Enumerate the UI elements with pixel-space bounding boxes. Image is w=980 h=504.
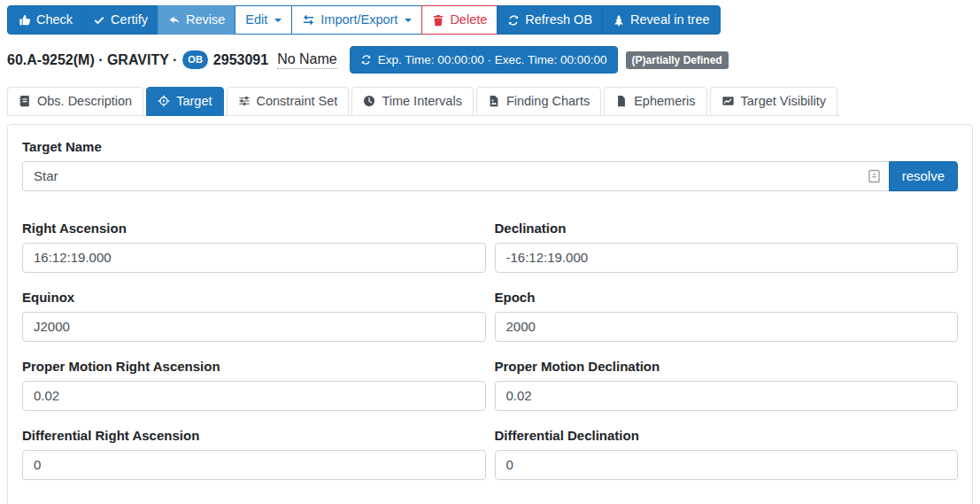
target-name-label: Target Name: [22, 139, 958, 155]
sync-icon: [360, 54, 372, 66]
equinox-input[interactable]: [22, 312, 486, 342]
sliders-icon: [238, 95, 251, 107]
ob-number: 2953091: [213, 52, 268, 68]
delete-button[interactable]: Delete: [421, 5, 498, 35]
target-form-card: Target Name resolve Right Ascension Decl…: [7, 124, 973, 504]
caret-down-icon: [274, 19, 282, 22]
target-name-group: resolve: [22, 161, 958, 191]
tab-ephemeris[interactable]: Ephemeris: [604, 87, 706, 116]
refresh-ob-button[interactable]: Refresh OB: [497, 5, 603, 35]
ob-badge: OB: [182, 50, 208, 69]
right-ascension-input[interactable]: [22, 243, 486, 273]
exchange-icon: [302, 13, 315, 27]
proper-motion-ra-label: Proper Motion Right Ascension: [22, 359, 486, 375]
ob-toolbar: Check Certify Revise Edit Import/Export …: [7, 5, 721, 35]
sync-icon: [507, 14, 520, 27]
program-title: 60.A-9252(M) · GRAVITY ·: [7, 52, 177, 68]
crosshairs-icon: [158, 95, 170, 107]
time-summary-button[interactable]: Exp. Time: 00:00:00 · Exec. Time: 00:00:…: [350, 46, 618, 74]
proper-motion-ra-input[interactable]: [22, 381, 486, 411]
differential-dec-label: Differential Declination: [495, 428, 959, 444]
epoch-input[interactable]: [495, 312, 959, 342]
ob-name-editable[interactable]: No Name: [277, 51, 337, 69]
address-book-icon: [19, 95, 31, 107]
tab-target-visibility[interactable]: Target Visibility: [710, 87, 837, 116]
proper-motion-dec-input[interactable]: [495, 381, 959, 411]
epoch-label: Epoch: [495, 290, 959, 306]
file-icon: [615, 95, 628, 107]
tab-constraint-set[interactable]: Constraint Set: [227, 87, 350, 116]
declination-input[interactable]: [495, 243, 959, 273]
differential-ra-input[interactable]: [22, 450, 486, 480]
file-image-icon: [488, 95, 500, 107]
autofill-icon[interactable]: [868, 169, 880, 183]
check-icon: [93, 14, 105, 27]
revise-button[interactable]: Revise: [158, 5, 235, 35]
check-button[interactable]: Check: [7, 5, 83, 35]
tab-obs-description[interactable]: Obs. Description: [7, 87, 143, 116]
resolve-button[interactable]: resolve: [889, 161, 958, 191]
tab-time-intervals[interactable]: Time Intervals: [351, 87, 474, 116]
right-ascension-label: Right Ascension: [22, 221, 486, 236]
chart-line-icon: [721, 95, 735, 107]
differential-ra-label: Differential Right Ascension: [22, 428, 486, 444]
reply-arrow-icon: [168, 14, 181, 27]
ob-tabs: Obs. Description Target Constraint Set T…: [7, 87, 840, 116]
caret-down-icon: [405, 19, 412, 22]
reveal-in-tree-button[interactable]: Reveal in tree: [602, 5, 720, 35]
thumbs-up-icon: [18, 13, 31, 27]
certify-button[interactable]: Certify: [82, 5, 158, 35]
ob-header: 60.A-9252(M) · GRAVITY · OB 2953091 No N…: [7, 46, 980, 74]
clock-icon: [363, 95, 375, 107]
tab-finding-charts[interactable]: Finding Charts: [476, 87, 601, 116]
proper-motion-dec-label: Proper Motion Declination: [495, 359, 959, 375]
tab-target[interactable]: Target: [146, 87, 223, 116]
status-badge: (P)artially Defined: [626, 51, 729, 69]
import-export-dropdown-button[interactable]: Import/Export: [291, 5, 422, 35]
edit-dropdown-button[interactable]: Edit: [235, 5, 292, 35]
target-name-input[interactable]: [22, 161, 889, 191]
trash-icon: [432, 14, 444, 27]
differential-dec-input[interactable]: [495, 450, 959, 480]
equinox-label: Equinox: [22, 290, 486, 306]
declination-label: Declination: [495, 221, 959, 236]
tree-icon: [613, 14, 625, 27]
